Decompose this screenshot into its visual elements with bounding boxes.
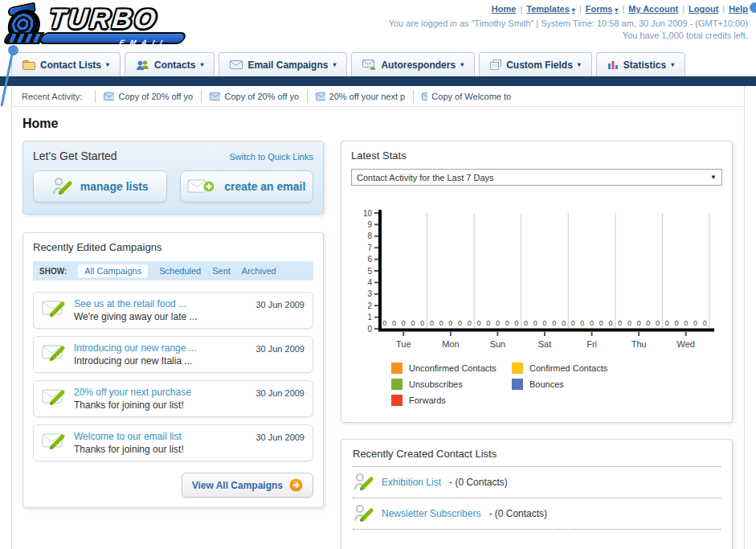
header-link-logout[interactable]: Logout <box>689 4 718 14</box>
logo-title: TURBO <box>47 3 160 35</box>
header-link-my-account[interactable]: My Account <box>628 4 678 14</box>
svg-text:0: 0 <box>402 319 406 327</box>
legend-item: Forwards <box>391 395 512 406</box>
recent-activity-item[interactable]: Copy of 20% off yo <box>95 90 201 103</box>
chevron-down-icon: ▾ <box>671 61 674 68</box>
campaign-row[interactable]: Introducing our new range ... Introducin… <box>33 336 313 373</box>
svg-text:5: 5 <box>367 267 372 276</box>
campaign-subtitle: We're giving away our late ... <box>74 311 247 322</box>
show-label: SHOW: <box>39 267 67 276</box>
tab-autoresponders[interactable]: Autoresponders▾ <box>351 52 475 76</box>
envelope-edit-icon <box>42 342 66 362</box>
svg-text:0: 0 <box>684 319 688 327</box>
filter-all-campaigns[interactable]: All Campaigns <box>78 264 148 277</box>
svg-text:0: 0 <box>524 319 528 327</box>
chart-legend: Unconfirmed ContactsConfirmed ContactsUn… <box>391 363 745 411</box>
callout-dot <box>750 2 756 13</box>
login-line2: You have 1,000 total credits left. <box>389 30 748 42</box>
header-links: Home|Templates▾|Forms▾|My Account|Logout… <box>492 4 748 14</box>
svg-text:0: 0 <box>627 319 631 327</box>
svg-text:0: 0 <box>505 319 509 327</box>
callout-line <box>0 48 19 113</box>
create-email-button[interactable]: create an email <box>180 170 314 203</box>
envelope-icon <box>316 92 325 100</box>
contacts-icon <box>136 59 149 70</box>
tab-label: Custom Fields <box>506 59 573 71</box>
bar-chart-icon <box>607 59 619 70</box>
svg-text:Sat: Sat <box>538 339 552 349</box>
header-link-forms[interactable]: Forms▾ <box>586 4 619 14</box>
svg-text:Sun: Sun <box>490 339 506 349</box>
envelope-edit-icon <box>42 387 66 406</box>
svg-text:Fri: Fri <box>586 339 597 349</box>
svg-text:0: 0 <box>430 319 434 327</box>
logo-subtitle: EMAIL <box>118 39 172 47</box>
contact-list-link[interactable]: Newsletter Subscribers <box>382 508 480 519</box>
svg-text:Tue: Tue <box>396 339 411 349</box>
header-link-help[interactable]: Help <box>729 4 748 14</box>
svg-text:0: 0 <box>468 319 472 327</box>
legend-item: Confirmed Contacts <box>512 363 632 374</box>
svg-text:0: 0 <box>392 319 396 327</box>
envelope-icon <box>210 92 220 100</box>
filter-sent[interactable]: Sent <box>212 266 231 276</box>
legend-label: Confirmed Contacts <box>529 363 607 373</box>
tab-contacts[interactable]: Contacts▾ <box>125 52 215 76</box>
login-line1: You are logged in as "Timothy Smith" | S… <box>389 18 748 30</box>
legend-item: Unconfirmed Contacts <box>391 363 512 374</box>
tab-label: Email Campaigns <box>247 59 328 71</box>
campaign-row[interactable]: 20% off your next purchase Thanks for jo… <box>33 380 313 417</box>
switch-to-quick-links[interactable]: Switch to Quick Links <box>229 152 313 162</box>
svg-text:8: 8 <box>367 231 372 240</box>
svg-text:0: 0 <box>542 319 546 327</box>
campaign-title-link[interactable]: 20% off your next purchase <box>74 387 247 398</box>
filter-archived[interactable]: Archived <box>242 266 276 276</box>
legend-label: Unsubscribes <box>409 379 463 389</box>
recent-activity-item[interactable]: Copy of 20% off yo <box>201 90 307 103</box>
nav-divider-bar <box>0 76 756 86</box>
campaign-title-link[interactable]: Welcome to our email list <box>74 431 247 442</box>
svg-text:2: 2 <box>367 301 372 310</box>
recent-activity-item[interactable]: 20% off your next p <box>307 90 413 103</box>
app-window: TURBO EMAIL Home|Templates▾|Forms▾|My Ac… <box>0 0 756 549</box>
view-all-campaigns-button[interactable]: View All Campaigns <box>182 473 313 498</box>
recent-activity-item[interactable]: Copy of Welcome to <box>413 90 519 103</box>
campaign-subtitle: Thanks for joining our list! <box>74 444 247 455</box>
svg-text:0: 0 <box>420 319 424 327</box>
svg-text:0: 0 <box>411 319 415 327</box>
manage-lists-button[interactable]: manage lists <box>33 170 167 203</box>
header-link-templates[interactable]: Templates▾ <box>526 4 575 14</box>
campaign-row[interactable]: Welcome to our email list Thanks for joi… <box>33 424 313 461</box>
svg-text:0: 0 <box>367 325 372 334</box>
header-link-home[interactable]: Home <box>492 4 517 14</box>
pages-icon <box>490 59 501 70</box>
legend-label: Forwards <box>409 395 446 405</box>
chevron-down-icon: ▼ <box>710 174 717 181</box>
tab-label: Contact Lists <box>40 59 101 71</box>
svg-text:0: 0 <box>599 319 603 327</box>
get-started-title: Let's Get Started <box>33 150 117 162</box>
filter-scheduled[interactable]: Scheduled <box>159 266 201 276</box>
campaign-subtitle: Introducing our new Italia ... <box>74 355 247 367</box>
content-frame: Recent Activity: Copy of 20% off yo Copy… <box>11 86 745 549</box>
svg-text:4: 4 <box>367 278 372 287</box>
tab-email-campaigns[interactable]: Email Campaigns▾ <box>219 52 347 76</box>
campaign-row[interactable]: See us at the retail food ... We're givi… <box>33 292 313 329</box>
svg-text:0: 0 <box>637 319 641 327</box>
logo-stripes <box>2 32 44 44</box>
svg-text:0: 0 <box>693 319 697 327</box>
stats-period-select[interactable]: Contact Activity for the Last 7 Days ▼ <box>351 169 722 186</box>
tab-contact-lists[interactable]: Contact Lists▾ <box>11 52 121 76</box>
envelope-arrow-icon <box>362 59 376 70</box>
tab-custom-fields[interactable]: Custom Fields▾ <box>479 52 592 76</box>
campaign-title-link[interactable]: See us at the retail food ... <box>74 298 247 309</box>
chevron-down-icon: ▾ <box>615 6 618 14</box>
recent-activity-bar: Recent Activity: Copy of 20% off yo Copy… <box>12 86 744 107</box>
tab-statistics[interactable]: Statistics▾ <box>596 52 685 76</box>
contact-activity-chart: 01234567891000000Tue00000Mon00000Sun0000… <box>351 208 722 356</box>
campaign-title-link[interactable]: Introducing our new range ... <box>74 342 247 354</box>
campaign-filter-bar: SHOW: All Campaigns Scheduled Sent Archi… <box>33 261 313 281</box>
contact-list-link[interactable]: Exhibition List <box>382 477 441 488</box>
person-edit-icon <box>51 177 72 196</box>
campaign-date: 30 Jun 2009 <box>255 342 304 354</box>
